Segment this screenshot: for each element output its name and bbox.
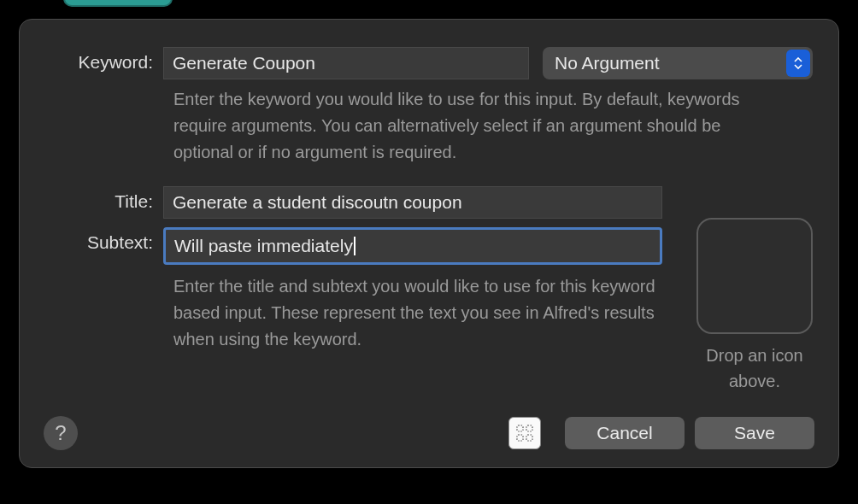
title-label: Title:	[44, 186, 163, 212]
svg-rect-1	[526, 425, 532, 431]
subtext-label: Subtext:	[44, 227, 163, 253]
cancel-button[interactable]: Cancel	[565, 417, 685, 449]
argument-selected-label: No Argument	[555, 53, 660, 73]
keyword-help-text: Enter the keyword you would like to use …	[173, 86, 772, 166]
keyword-label: Keyword:	[44, 47, 163, 73]
svg-rect-3	[526, 435, 532, 441]
icon-drop-well[interactable]	[696, 218, 813, 334]
icon-drop-label: Drop an icon above.	[696, 343, 813, 394]
save-button[interactable]: Save	[695, 417, 814, 449]
grid-icon	[515, 424, 534, 442]
title-input[interactable]	[163, 186, 662, 219]
help-button[interactable]: ?	[44, 416, 78, 450]
keyword-config-dialog: Keyword: No Argument Enter the keyword y…	[19, 19, 839, 468]
grid-view-button[interactable]	[508, 417, 541, 449]
subtext-help-text: Enter the title and subtext you would li…	[173, 273, 678, 353]
workflow-node-fragment	[63, 0, 173, 7]
text-cursor	[354, 237, 356, 255]
svg-rect-2	[517, 435, 523, 441]
chevron-up-down-icon	[786, 50, 810, 77]
keyword-row: Keyword: No Argument	[44, 47, 814, 79]
subtext-input[interactable]: Will paste immediately	[163, 227, 662, 265]
title-row: Title:	[44, 186, 814, 219]
dialog-footer: ? Cancel Save	[44, 416, 814, 450]
argument-select[interactable]: No Argument	[543, 47, 813, 79]
keyword-input[interactable]	[163, 47, 529, 79]
subtext-value: Will paste immediately	[174, 236, 353, 256]
svg-rect-0	[517, 425, 523, 431]
question-mark-icon: ?	[55, 421, 66, 445]
